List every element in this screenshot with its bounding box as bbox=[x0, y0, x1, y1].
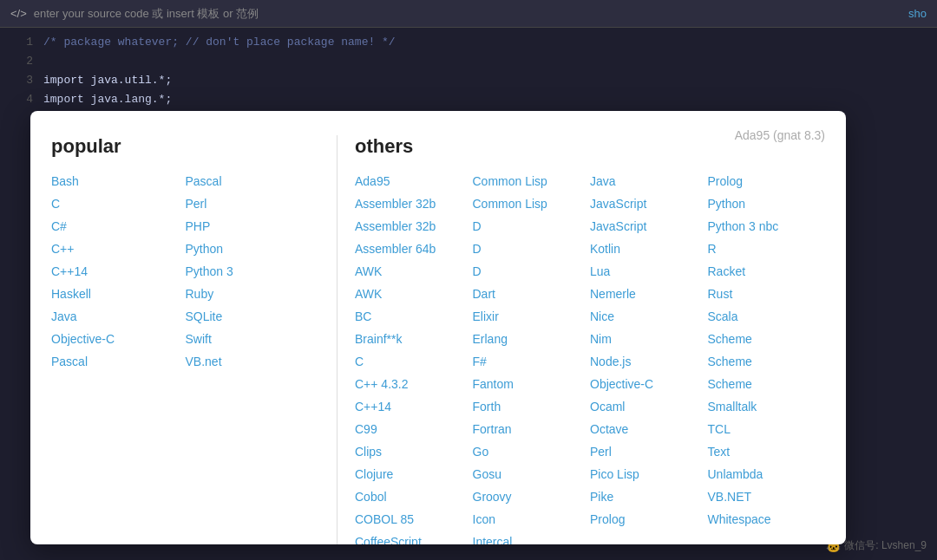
lang-r[interactable]: R bbox=[708, 239, 826, 258]
lang-rust[interactable]: Rust bbox=[708, 284, 826, 303]
lang-ruby[interactable]: Ruby bbox=[186, 284, 320, 303]
lang-python[interactable]: Python bbox=[186, 239, 320, 258]
lang-octave[interactable]: Octave bbox=[590, 420, 708, 439]
lang-nice[interactable]: Nice bbox=[590, 307, 708, 326]
lang-scala[interactable]: Scala bbox=[708, 307, 826, 326]
lang-objectivec2[interactable]: Objective-C bbox=[590, 374, 708, 394]
lang-perl[interactable]: Perl bbox=[186, 194, 320, 213]
lang-unlambda[interactable]: Unlambda bbox=[708, 465, 826, 484]
lang-csharp[interactable]: C# bbox=[51, 217, 186, 236]
lang-javascript1[interactable]: JavaScript bbox=[590, 194, 708, 213]
lang-cpp432[interactable]: C++ 4.3.2 bbox=[355, 374, 473, 394]
lang-asm64b[interactable]: Assembler 64b bbox=[355, 239, 473, 258]
show-link[interactable]: sho bbox=[908, 7, 927, 20]
lang-d3[interactable]: D bbox=[473, 262, 591, 281]
lang-bc[interactable]: BC bbox=[355, 307, 473, 326]
lang-whitespace[interactable]: Whitespace bbox=[708, 510, 826, 529]
lang-prolog1[interactable]: Prolog bbox=[590, 510, 708, 529]
lang-erlang[interactable]: Erlang bbox=[473, 329, 591, 348]
lang-vbnet[interactable]: VB.net bbox=[186, 352, 320, 371]
others-columns: Ada95 Assembler 32b Assembler 32b Assemb… bbox=[355, 172, 825, 544]
lang-prolog2[interactable]: Prolog bbox=[708, 172, 826, 191]
lang-picolisp[interactable]: Pico Lisp bbox=[590, 465, 708, 484]
lang-commonlisp1[interactable]: Common Lisp bbox=[473, 172, 591, 191]
popular-title: popular bbox=[51, 135, 319, 158]
line-number: 1 bbox=[9, 33, 33, 52]
lang-python3nbc[interactable]: Python 3 nbc bbox=[708, 217, 826, 236]
lang-javascript2[interactable]: JavaScript bbox=[590, 217, 708, 236]
lang-elixir[interactable]: Elixir bbox=[473, 307, 591, 326]
lang-intercal[interactable]: Intercal bbox=[473, 532, 591, 544]
lang-cobol85[interactable]: COBOL 85 bbox=[355, 510, 473, 529]
lang-cpp[interactable]: C++ bbox=[51, 239, 186, 258]
lang-clojure[interactable]: Clojure bbox=[355, 465, 473, 484]
others-col-1: Ada95 Assembler 32b Assembler 32b Assemb… bbox=[355, 172, 473, 544]
lang-fortran[interactable]: Fortran bbox=[473, 420, 591, 439]
lang-brainfk[interactable]: Brainf**k bbox=[355, 329, 473, 348]
lang-pike[interactable]: Pike bbox=[590, 487, 708, 506]
lang-asm32b[interactable]: Assembler 32b bbox=[355, 194, 473, 213]
lang-scheme3[interactable]: Scheme bbox=[708, 374, 826, 394]
code-content bbox=[43, 52, 50, 71]
popular-columns: Bash C C# C++ C++14 Haskell Java Objecti… bbox=[51, 172, 319, 371]
lang-c[interactable]: C bbox=[51, 194, 186, 213]
lang-bash[interactable]: Bash bbox=[51, 172, 186, 191]
code-editor[interactable]: 1 /* package whatever; // don't place pa… bbox=[0, 28, 937, 114]
lang-java2[interactable]: Java bbox=[590, 172, 708, 191]
code-line-1: 1 /* package whatever; // don't place pa… bbox=[0, 33, 937, 52]
lang-objectivec[interactable]: Objective-C bbox=[51, 329, 186, 348]
popular-section: popular Bash C C# C++ C++14 Haskell Java… bbox=[51, 135, 337, 544]
lang-groovy[interactable]: Groovy bbox=[473, 487, 591, 506]
lang-c2[interactable]: C bbox=[355, 352, 473, 371]
lang-sqlite[interactable]: SQLite bbox=[186, 307, 320, 326]
lang-cobol[interactable]: Cobol bbox=[355, 487, 473, 506]
lang-d2[interactable]: D bbox=[473, 239, 591, 258]
lang-python3[interactable]: Python 3 bbox=[186, 262, 320, 281]
lang-coffeescript[interactable]: CoffeeScript bbox=[355, 532, 473, 544]
lang-d1[interactable]: D bbox=[473, 217, 591, 236]
lang-clips[interactable]: Clips bbox=[355, 442, 473, 461]
lang-haskell[interactable]: Haskell bbox=[51, 284, 186, 303]
watermark-text: 微信号: Lvshen_9 bbox=[844, 538, 927, 553]
lang-perl2[interactable]: Perl bbox=[590, 442, 708, 461]
lang-c99[interactable]: C99 bbox=[355, 420, 473, 439]
lang-pascal[interactable]: Pascal bbox=[51, 352, 186, 371]
lang-tcl[interactable]: TCL bbox=[708, 420, 826, 439]
lang-gosu[interactable]: Gosu bbox=[473, 465, 591, 484]
lang-racket[interactable]: Racket bbox=[708, 262, 826, 281]
lang-vbnet2[interactable]: VB.NET bbox=[708, 487, 826, 506]
lang-icon[interactable]: Icon bbox=[473, 510, 591, 529]
lang-nemerle[interactable]: Nemerle bbox=[590, 284, 708, 303]
lang-ocaml[interactable]: Ocaml bbox=[590, 397, 708, 416]
lang-python2[interactable]: Python bbox=[708, 194, 826, 213]
lang-kotlin[interactable]: Kotlin bbox=[590, 239, 708, 258]
lang-awk2[interactable]: AWK bbox=[355, 284, 473, 303]
lang-smalltalk[interactable]: Smalltalk bbox=[708, 397, 826, 416]
lang-nodejs[interactable]: Node.js bbox=[590, 352, 708, 371]
lang-cpp14-2[interactable]: C++14 bbox=[355, 397, 473, 416]
lang-fsharp[interactable]: F# bbox=[473, 352, 591, 371]
lang-swift[interactable]: Swift bbox=[186, 329, 320, 348]
lang-scheme2[interactable]: Scheme bbox=[708, 352, 826, 371]
lang-cpp14[interactable]: C++14 bbox=[51, 262, 186, 281]
sections-row: popular Bash C C# C++ C++14 Haskell Java… bbox=[51, 135, 825, 544]
others-col-4: Prolog Python Python 3 nbc R Racket Rust… bbox=[708, 172, 826, 544]
lang-fantom[interactable]: Fantom bbox=[473, 374, 591, 394]
code-content: /* package whatever; // don't place pack… bbox=[43, 33, 396, 52]
lang-text[interactable]: Text bbox=[708, 442, 826, 461]
lang-pascal2[interactable]: Pascal bbox=[186, 172, 320, 191]
lang-nim[interactable]: Nim bbox=[590, 329, 708, 348]
lang-asm32b2[interactable]: Assembler 32b bbox=[355, 217, 473, 236]
lang-go[interactable]: Go bbox=[473, 442, 591, 461]
others-col-2: Common Lisp Common Lisp D D D Dart Elixi… bbox=[473, 172, 591, 544]
lang-ada95[interactable]: Ada95 bbox=[355, 172, 473, 191]
lang-php[interactable]: PHP bbox=[186, 217, 320, 236]
lang-java[interactable]: Java bbox=[51, 307, 186, 326]
line-number: 3 bbox=[9, 71, 33, 90]
lang-scheme1[interactable]: Scheme bbox=[708, 329, 826, 348]
lang-awk1[interactable]: AWK bbox=[355, 262, 473, 281]
lang-commonlisp2[interactable]: Common Lisp bbox=[473, 194, 591, 213]
lang-forth[interactable]: Forth bbox=[473, 397, 591, 416]
lang-lua[interactable]: Lua bbox=[590, 262, 708, 281]
lang-dart[interactable]: Dart bbox=[473, 284, 591, 303]
